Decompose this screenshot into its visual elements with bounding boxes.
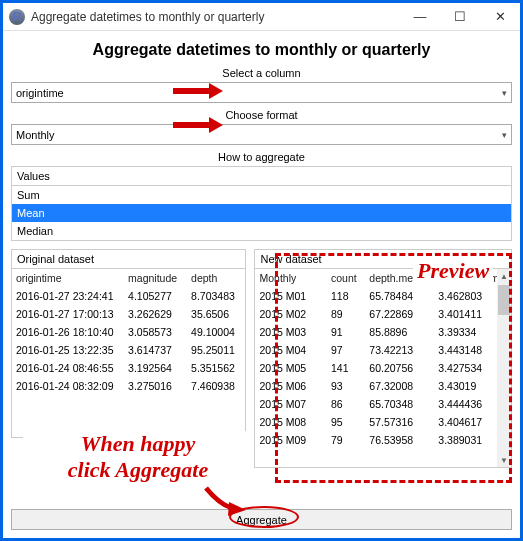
table-row: 2015 M028967.228693.401411 <box>255 305 511 323</box>
column-header: count <box>327 269 365 287</box>
column-header: magnitude <box>124 269 187 287</box>
original-dataset-block: Original dataset origintimemagnitudedept… <box>11 249 246 468</box>
window-title: Aggregate datetimes to monthly or quarte… <box>31 10 264 24</box>
app-icon: R <box>9 9 25 25</box>
column-header: Monthly <box>255 269 327 287</box>
aggregate-button[interactable]: Aggregate <box>11 509 512 530</box>
column-header: origintime <box>12 269 124 287</box>
chevron-down-icon: ▾ <box>502 88 507 98</box>
format-dropdown[interactable]: Monthly ▾ <box>11 124 512 145</box>
table-row: 2015 M078665.703483.444436 <box>255 395 511 413</box>
how-to-aggregate-label: How to aggregate <box>11 151 512 163</box>
chevron-down-icon: ▾ <box>502 130 507 140</box>
table-row: 2016-01-26 18:10:403.05857349.10004 <box>12 323 245 341</box>
page-title: Aggregate datetimes to monthly or quarte… <box>11 41 512 59</box>
original-dataset-title: Original dataset <box>11 249 246 268</box>
scrollbar[interactable]: ▲ ▼ <box>497 269 511 467</box>
table-row: 2016-01-25 13:22:353.61473795.25011 <box>12 341 245 359</box>
scroll-thumb[interactable] <box>498 285 510 315</box>
maximize-button[interactable]: ☐ <box>440 3 480 31</box>
table-row: 2015 M0111865.784843.462803 <box>255 287 511 305</box>
new-dataset-title: New dataset <box>254 249 512 268</box>
new-dataset-block: New dataset Monthlycountdepth.meanmagnit… <box>254 249 512 468</box>
aggregate-option[interactable]: Median <box>12 222 511 240</box>
table-row: 2015 M0514160.207563.427534 <box>255 359 511 377</box>
table-row: 2015 M039185.88963.39334 <box>255 323 511 341</box>
table-row: 2016-01-24 08:46:553.1925645.351562 <box>12 359 245 377</box>
choose-format-label: Choose format <box>11 109 512 121</box>
minimize-button[interactable]: — <box>400 3 440 31</box>
format-dropdown-value: Monthly <box>16 129 502 141</box>
scroll-up-icon[interactable]: ▲ <box>497 269 511 283</box>
aggregate-button-label: Aggregate <box>236 514 287 526</box>
original-dataset-table: origintimemagnitudedepth2016-01-27 23:24… <box>12 269 245 395</box>
column-header: depth <box>187 269 245 287</box>
table-row: 2015 M069367.320083.43019 <box>255 377 511 395</box>
close-button[interactable]: ✕ <box>480 3 520 31</box>
new-dataset-table: Monthlycountdepth.meanmagnitude.mean2015… <box>255 269 511 449</box>
column-dropdown-value: origintime <box>16 87 502 99</box>
table-row: 2016-01-24 08:32:093.2750167.460938 <box>12 377 245 395</box>
column-header: depth.mean <box>365 269 434 287</box>
select-column-label: Select a column <box>11 67 512 79</box>
scroll-down-icon[interactable]: ▼ <box>497 453 511 467</box>
aggregate-listbox[interactable]: SumMeanMedian <box>11 185 512 241</box>
aggregate-option[interactable]: Mean <box>12 204 511 222</box>
title-bar: R Aggregate datetimes to monthly or quar… <box>3 3 520 31</box>
table-row: 2015 M097976.539583.389031 <box>255 431 511 449</box>
table-row: 2015 M089557.573163.404617 <box>255 413 511 431</box>
table-row: 2016-01-27 23:24:414.1052778.703483 <box>12 287 245 305</box>
table-row: 2015 M049773.422133.443148 <box>255 341 511 359</box>
table-row: 2016-01-27 17:00:133.26262935.6506 <box>12 305 245 323</box>
aggregate-option[interactable]: Sum <box>12 186 511 204</box>
values-label: Values <box>11 166 512 185</box>
column-dropdown[interactable]: origintime ▾ <box>11 82 512 103</box>
